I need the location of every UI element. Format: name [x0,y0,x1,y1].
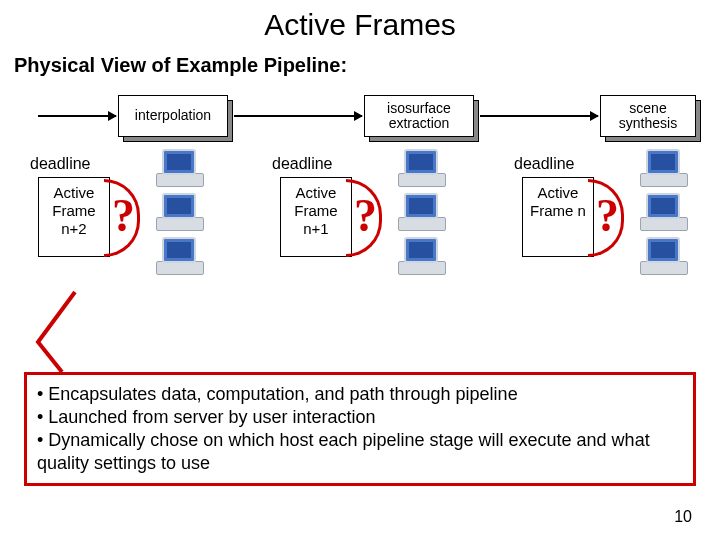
active-frame-box: Active Frame n [522,177,594,257]
arrow-2 [234,115,362,117]
pipeline-row: interpolation isosurface extraction scen… [0,87,720,149]
callout-line-icon [20,290,100,380]
active-frame-box: Active Frame n+2 [38,177,110,257]
deadline-label: deadline [272,155,333,173]
stage-isosurface: isosurface extraction [364,95,474,137]
computer-icon [640,149,688,189]
slide-subtitle: Physical View of Example Pipeline: [0,42,720,77]
stage-interpolation: interpolation [118,95,228,137]
arrow-1 [38,115,116,117]
bullet-item: • Launched from server by user interacti… [37,406,683,429]
stage-scene-synthesis: scene synthesis [600,95,696,137]
cluster-1: deadline Active Frame n+2 ? [20,149,250,309]
question-mark-icon: ? [112,189,135,242]
clusters-row: deadline Active Frame n+2 ? deadline Act… [0,149,720,309]
computer-icon [398,193,446,233]
computer-icon [156,237,204,277]
stage-label: interpolation [118,95,228,137]
deadline-label: deadline [514,155,575,173]
computer-icon [156,193,204,233]
cluster-3: deadline Active Frame n ? [504,149,720,309]
question-mark-icon: ? [596,189,619,242]
bullet-box: • Encapsulates data, computation, and pa… [24,372,696,486]
cluster-2: deadline Active Frame n+1 ? [262,149,492,309]
active-frame-box: Active Frame n+1 [280,177,352,257]
bullet-item: • Encapsulates data, computation, and pa… [37,383,683,406]
slide-title: Active Frames [0,0,720,42]
computer-icon [156,149,204,189]
computer-icon [640,193,688,233]
arrow-3 [480,115,598,117]
question-mark-icon: ? [354,189,377,242]
host-column [640,149,700,281]
deadline-label: deadline [30,155,91,173]
host-column [156,149,216,281]
computer-icon [398,237,446,277]
stage-label: isosurface extraction [364,95,474,137]
host-column [398,149,458,281]
page-number: 10 [674,508,692,526]
computer-icon [398,149,446,189]
computer-icon [640,237,688,277]
bullet-item: • Dynamically chose on which host each p… [37,429,683,475]
stage-label: scene synthesis [600,95,696,137]
